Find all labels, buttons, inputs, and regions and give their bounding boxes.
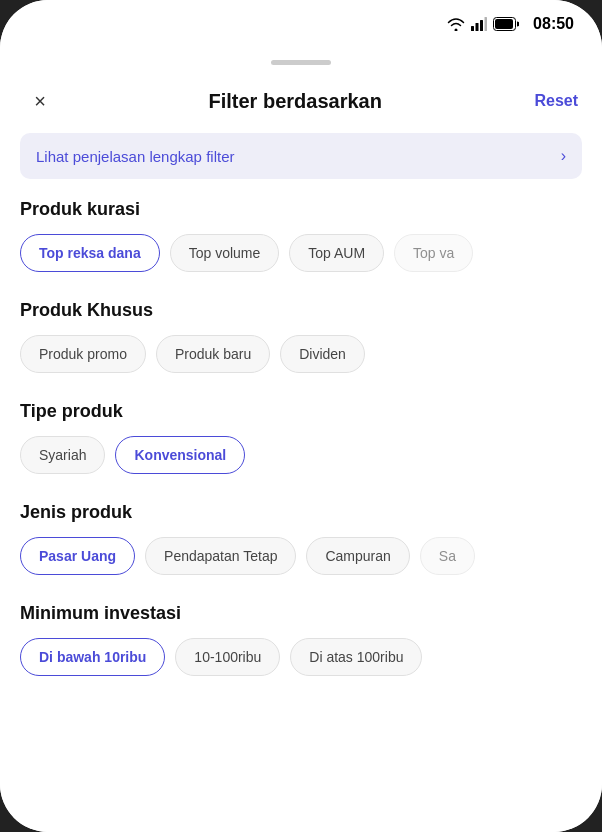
filter-link-chevron-icon: › <box>561 147 566 165</box>
signal-icon <box>471 17 487 31</box>
chip-produk-khusus-2[interactable]: Dividen <box>280 335 365 373</box>
wifi-icon <box>447 17 465 31</box>
close-button[interactable]: × <box>24 85 56 117</box>
chip-minimum-investasi-2[interactable]: Di atas 100ribu <box>290 638 422 676</box>
section-title-jenis-produk: Jenis produk <box>20 502 582 523</box>
status-bar: 08:50 <box>0 0 602 48</box>
svg-rect-3 <box>485 17 488 31</box>
section-title-minimum-investasi: Minimum investasi <box>20 603 582 624</box>
chip-produk-khusus-1[interactable]: Produk baru <box>156 335 270 373</box>
section-title-produk-khusus: Produk Khusus <box>20 300 582 321</box>
section-minimum-investasi: Minimum investasiDi bawah 10ribu10-100ri… <box>20 603 582 676</box>
reset-button[interactable]: Reset <box>534 92 578 110</box>
svg-rect-5 <box>495 19 513 29</box>
chip-jenis-produk-2[interactable]: Campuran <box>306 537 409 575</box>
section-title-tipe-produk: Tipe produk <box>20 401 582 422</box>
svg-rect-1 <box>476 23 479 31</box>
filter-link-text: Lihat penjelasan lengkap filter <box>36 148 234 165</box>
chips-row-jenis-produk: Pasar UangPendapatan TetapCampuranSa <box>20 537 582 575</box>
sheet-title: Filter berdasarkan <box>209 90 382 113</box>
chips-row-produk-khusus: Produk promoProduk baruDividen <box>20 335 582 373</box>
chip-jenis-produk-0[interactable]: Pasar Uang <box>20 537 135 575</box>
chip-produk-kurasi-2[interactable]: Top AUM <box>289 234 384 272</box>
chip-jenis-produk-1[interactable]: Pendapatan Tetap <box>145 537 296 575</box>
chips-row-minimum-investasi: Di bawah 10ribu10-100ribuDi atas 100ribu <box>20 638 582 676</box>
section-produk-kurasi: Produk kurasiTop reksa danaTop volumeTop… <box>20 199 582 272</box>
status-icons: 08:50 <box>447 15 574 33</box>
chip-produk-kurasi-0[interactable]: Top reksa dana <box>20 234 160 272</box>
chip-tipe-produk-1[interactable]: Konvensional <box>115 436 245 474</box>
bottom-sheet: × Filter berdasarkan Reset Lihat penjela… <box>0 48 602 832</box>
chips-row-tipe-produk: SyariahKonvensional <box>20 436 582 474</box>
section-tipe-produk: Tipe produkSyariahKonvensional <box>20 401 582 474</box>
drag-handle <box>271 60 331 65</box>
svg-rect-0 <box>471 26 474 31</box>
chip-minimum-investasi-0[interactable]: Di bawah 10ribu <box>20 638 165 676</box>
section-title-produk-kurasi: Produk kurasi <box>20 199 582 220</box>
chip-jenis-produk-3[interactable]: Sa <box>420 537 475 575</box>
chip-produk-khusus-0[interactable]: Produk promo <box>20 335 146 373</box>
phone-frame: 08:50 × Filter berdasarkan Reset Lihat p… <box>0 0 602 832</box>
battery-icon <box>493 17 519 31</box>
chip-minimum-investasi-1[interactable]: 10-100ribu <box>175 638 280 676</box>
status-time: 08:50 <box>533 15 574 33</box>
sheet-header: × Filter berdasarkan Reset <box>0 77 602 133</box>
svg-rect-2 <box>480 20 483 31</box>
sheet-body: Produk kurasiTop reksa danaTop volumeTop… <box>0 199 602 832</box>
section-produk-khusus: Produk KhususProduk promoProduk baruDivi… <box>20 300 582 373</box>
chips-row-produk-kurasi: Top reksa danaTop volumeTop AUMTop va <box>20 234 582 272</box>
chip-tipe-produk-0[interactable]: Syariah <box>20 436 105 474</box>
chip-produk-kurasi-3[interactable]: Top va <box>394 234 473 272</box>
chip-produk-kurasi-1[interactable]: Top volume <box>170 234 280 272</box>
section-jenis-produk: Jenis produkPasar UangPendapatan TetapCa… <box>20 502 582 575</box>
filter-explanation-link[interactable]: Lihat penjelasan lengkap filter › <box>20 133 582 179</box>
